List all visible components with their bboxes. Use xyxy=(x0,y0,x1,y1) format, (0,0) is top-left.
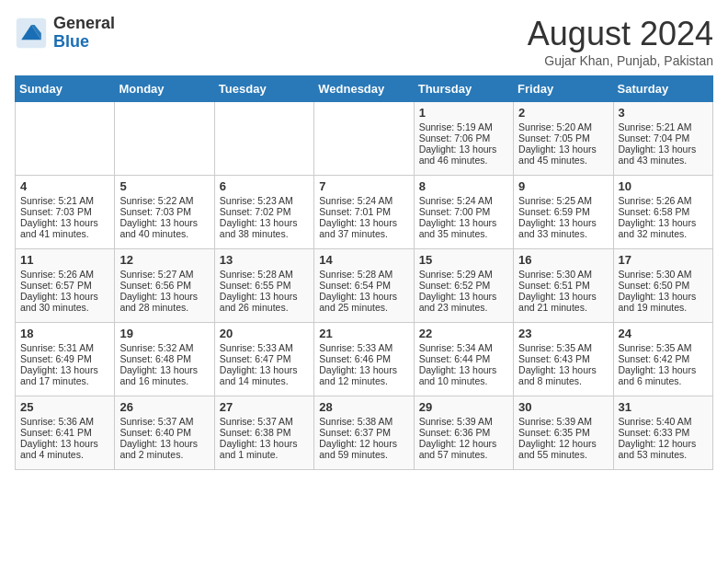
day-info: Sunrise: 5:33 AM xyxy=(220,342,309,353)
calendar-cell: 3Sunrise: 5:21 AMSunset: 7:04 PMDaylight… xyxy=(613,102,712,176)
day-info: Sunrise: 5:30 AM xyxy=(619,269,708,280)
day-info: Daylight: 13 hours xyxy=(419,364,508,375)
weekday-header-monday: Monday xyxy=(115,76,214,102)
day-info: Sunrise: 5:30 AM xyxy=(518,269,608,280)
day-info: Sunset: 6:50 PM xyxy=(619,280,708,291)
day-info: Sunrise: 5:21 AM xyxy=(619,121,708,132)
day-info: and 55 minutes. xyxy=(518,449,608,460)
calendar-cell: 23Sunrise: 5:35 AMSunset: 6:43 PMDayligh… xyxy=(514,323,613,396)
day-info: Daylight: 13 hours xyxy=(518,364,608,375)
day-info: Sunset: 7:05 PM xyxy=(518,132,608,144)
day-info: Sunrise: 5:35 AM xyxy=(619,342,708,353)
day-number: 22 xyxy=(419,327,508,340)
calendar-cell xyxy=(16,102,115,176)
day-info: Sunrise: 5:24 AM xyxy=(419,195,508,206)
day-info: and 35 minutes. xyxy=(419,228,508,239)
day-info: Daylight: 13 hours xyxy=(119,364,209,375)
calendar-cell: 17Sunrise: 5:30 AMSunset: 6:50 PMDayligh… xyxy=(613,249,712,323)
calendar-cell: 22Sunrise: 5:34 AMSunset: 6:44 PMDayligh… xyxy=(414,323,513,396)
calendar-cell: 13Sunrise: 5:28 AMSunset: 6:55 PMDayligh… xyxy=(214,249,313,323)
day-info: Daylight: 13 hours xyxy=(20,438,109,449)
day-info: Sunrise: 5:38 AM xyxy=(319,416,408,427)
day-info: Daylight: 13 hours xyxy=(319,364,408,375)
calendar-cell: 10Sunrise: 5:26 AMSunset: 6:58 PMDayligh… xyxy=(613,176,712,249)
day-info: Sunset: 6:58 PM xyxy=(619,206,708,217)
day-info: Daylight: 12 hours xyxy=(419,438,508,449)
day-info: and 59 minutes. xyxy=(319,449,408,460)
day-number: 25 xyxy=(20,400,109,414)
day-info: and 16 minutes. xyxy=(119,375,209,386)
day-info: Sunset: 6:46 PM xyxy=(319,353,408,364)
calendar-cell: 15Sunrise: 5:29 AMSunset: 6:52 PMDayligh… xyxy=(414,249,513,323)
day-number: 20 xyxy=(220,327,309,340)
day-info: Daylight: 13 hours xyxy=(119,217,209,228)
day-info: Daylight: 13 hours xyxy=(20,291,109,302)
day-info: and 23 minutes. xyxy=(419,302,508,313)
calendar-cell: 7Sunrise: 5:24 AMSunset: 7:01 PMDaylight… xyxy=(314,176,414,249)
day-info: Sunrise: 5:37 AM xyxy=(220,416,309,427)
calendar-cell: 4Sunrise: 5:21 AMSunset: 7:03 PMDaylight… xyxy=(16,176,115,249)
day-info: Sunset: 6:42 PM xyxy=(619,353,708,364)
day-number: 13 xyxy=(220,253,309,267)
logo: General Blue xyxy=(15,15,115,52)
day-info: and 40 minutes. xyxy=(119,228,209,239)
day-info: and 19 minutes. xyxy=(619,302,708,313)
calendar-cell: 19Sunrise: 5:32 AMSunset: 6:48 PMDayligh… xyxy=(115,323,214,396)
day-info: Daylight: 13 hours xyxy=(419,291,508,302)
day-info: Sunset: 6:33 PM xyxy=(619,427,708,438)
day-info: and 8 minutes. xyxy=(518,375,608,386)
day-info: Daylight: 13 hours xyxy=(319,217,408,228)
day-info: Sunset: 6:49 PM xyxy=(20,353,109,364)
day-info: and 21 minutes. xyxy=(518,302,608,313)
day-info: Daylight: 13 hours xyxy=(619,364,708,375)
day-info: and 46 minutes. xyxy=(419,155,508,166)
day-info: Sunset: 6:38 PM xyxy=(220,427,309,438)
day-info: Sunset: 6:57 PM xyxy=(20,280,109,291)
day-info: Daylight: 13 hours xyxy=(619,291,708,302)
day-info: and 30 minutes. xyxy=(20,302,109,313)
calendar-cell: 16Sunrise: 5:30 AMSunset: 6:51 PMDayligh… xyxy=(514,249,613,323)
day-info: Sunset: 6:41 PM xyxy=(20,427,109,438)
day-info: Sunrise: 5:40 AM xyxy=(619,416,708,427)
day-info: and 17 minutes. xyxy=(20,375,109,386)
day-info: Sunset: 6:40 PM xyxy=(119,427,209,438)
day-info: and 4 minutes. xyxy=(20,449,109,460)
day-info: Sunrise: 5:31 AM xyxy=(20,342,109,353)
day-number: 5 xyxy=(119,179,209,193)
day-number: 11 xyxy=(20,253,109,267)
day-number: 4 xyxy=(20,179,109,193)
weekday-header-sunday: Sunday xyxy=(16,76,115,102)
day-number: 27 xyxy=(220,400,309,414)
week-row-1: 1Sunrise: 5:19 AMSunset: 7:06 PMDaylight… xyxy=(16,102,713,176)
day-info: Sunrise: 5:24 AM xyxy=(319,195,408,206)
day-number: 28 xyxy=(319,400,408,414)
calendar-cell xyxy=(115,102,214,176)
day-info: Sunset: 6:59 PM xyxy=(518,206,608,217)
day-number: 9 xyxy=(518,179,608,193)
day-info: Sunset: 6:37 PM xyxy=(319,427,408,438)
day-info: Sunrise: 5:29 AM xyxy=(419,269,508,280)
day-info: Sunset: 6:48 PM xyxy=(119,353,209,364)
day-info: and 33 minutes. xyxy=(518,228,608,239)
calendar-cell: 20Sunrise: 5:33 AMSunset: 6:47 PMDayligh… xyxy=(214,323,313,396)
day-info: and 25 minutes. xyxy=(319,302,408,313)
day-info: and 14 minutes. xyxy=(220,375,309,386)
day-info: Sunset: 7:06 PM xyxy=(419,132,508,144)
day-info: Sunrise: 5:39 AM xyxy=(518,416,608,427)
day-number: 23 xyxy=(518,327,608,340)
weekday-header-friday: Friday xyxy=(514,76,613,102)
calendar-cell: 6Sunrise: 5:23 AMSunset: 7:02 PMDaylight… xyxy=(214,176,313,249)
day-info: and 28 minutes. xyxy=(119,302,209,313)
location: Gujar Khan, Punjab, Pakistan xyxy=(528,53,713,68)
page-header: General Blue August 2024 Gujar Khan, Pun… xyxy=(15,15,713,68)
day-info: Sunrise: 5:35 AM xyxy=(518,342,608,353)
day-info: and 43 minutes. xyxy=(619,155,708,166)
day-info: Daylight: 12 hours xyxy=(319,438,408,449)
weekday-header-saturday: Saturday xyxy=(613,76,712,102)
day-number: 12 xyxy=(119,253,209,267)
day-info: and 38 minutes. xyxy=(220,228,309,239)
weekday-header-wednesday: Wednesday xyxy=(314,76,414,102)
day-info: Sunset: 7:03 PM xyxy=(119,206,209,217)
day-info: Sunrise: 5:39 AM xyxy=(419,416,508,427)
day-number: 21 xyxy=(319,327,408,340)
